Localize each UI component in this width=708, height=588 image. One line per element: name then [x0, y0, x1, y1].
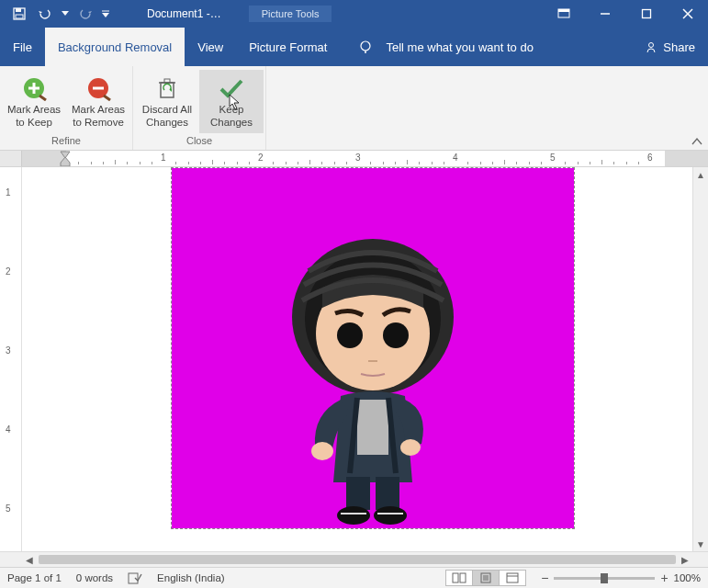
svg-rect-7: [642, 10, 650, 18]
ruler-number: 1: [161, 153, 166, 163]
tab-view[interactable]: View: [185, 28, 236, 66]
scroll-left-button[interactable]: ◀: [22, 555, 37, 565]
vruler-number: 1: [6, 187, 11, 198]
minus-circle-icon: [85, 75, 111, 101]
share-icon: [645, 40, 657, 53]
cursor-icon: [229, 94, 240, 110]
redo-button[interactable]: [75, 4, 96, 24]
svg-rect-31: [346, 477, 370, 510]
undo-dropdown[interactable]: [61, 4, 70, 24]
tell-me-label: Tell me what you want to do: [386, 40, 533, 54]
ribbon: Mark Areas to Keep Mark Areas to Remove …: [0, 66, 708, 151]
left-indent-marker-icon[interactable]: [60, 157, 71, 167]
svg-rect-32: [376, 477, 399, 510]
language[interactable]: English (India): [157, 572, 225, 583]
view-buttons: [446, 570, 526, 586]
hscroll-thumb[interactable]: [39, 555, 676, 564]
scroll-down-button[interactable]: ▼: [693, 537, 708, 551]
ruler-track[interactable]: 123456: [22, 151, 708, 166]
svg-point-33: [337, 506, 370, 525]
ruler-corner: [0, 151, 22, 167]
zoom-out-button[interactable]: −: [541, 571, 548, 585]
read-mode-button[interactable]: [445, 570, 473, 586]
maximize-button[interactable]: [625, 0, 667, 28]
svg-rect-36: [453, 573, 458, 582]
document-title: Document1 -…: [147, 7, 221, 20]
mark-areas-to-keep-button[interactable]: Mark Areas to Keep: [2, 70, 66, 133]
picture-content: [258, 216, 488, 528]
word-count[interactable]: 0 words: [76, 572, 113, 583]
window-controls: [543, 0, 708, 28]
tab-background-removal[interactable]: Background Removal: [45, 28, 185, 66]
scroll-right-button[interactable]: ▶: [678, 555, 692, 565]
share-label: Share: [663, 40, 695, 54]
plus-circle-icon: [21, 75, 47, 101]
tell-me-search[interactable]: Tell me what you want to do: [340, 40, 632, 54]
contextual-tab-label: Picture Tools: [249, 6, 332, 22]
tab-picture-format[interactable]: Picture Format: [236, 28, 340, 66]
svg-point-30: [400, 439, 421, 456]
horizontal-ruler: 123456: [0, 151, 708, 167]
vertical-ruler: 12345: [0, 167, 22, 551]
discard-all-changes-button[interactable]: Discard All Changes: [135, 70, 199, 133]
tab-file[interactable]: File: [0, 28, 45, 66]
svg-point-34: [374, 506, 407, 525]
close-button[interactable]: [667, 0, 708, 28]
background-removal-mask: [172, 168, 574, 528]
vertical-scrollbar[interactable]: ▲ ▼: [692, 167, 708, 551]
discard-label: Discard All Changes: [135, 103, 199, 130]
trash-recycle-icon: [155, 75, 179, 101]
print-layout-button[interactable]: [472, 570, 500, 586]
mark-areas-to-remove-button[interactable]: Mark Areas to Remove: [66, 70, 130, 133]
zoom-level[interactable]: 100%: [674, 572, 701, 583]
svg-rect-28: [357, 400, 388, 455]
svg-rect-5: [558, 9, 569, 12]
vruler-number: 3: [6, 345, 11, 356]
share-button[interactable]: Share: [632, 40, 708, 54]
svg-rect-37: [460, 573, 466, 582]
ribbon-group-close: Discard All Changes Keep Changes Close: [133, 66, 266, 150]
svg-point-10: [361, 41, 370, 51]
ruler-number: 3: [355, 153, 361, 163]
page-number[interactable]: Page 1 of 1: [7, 572, 62, 583]
document-area[interactable]: [22, 167, 692, 551]
title-bar: Document1 -… Picture Tools: [0, 0, 708, 28]
collapse-ribbon-button[interactable]: [691, 137, 702, 146]
quick-access-toolbar: [0, 4, 110, 24]
save-button[interactable]: [9, 4, 29, 24]
ruler-number: 2: [258, 153, 264, 163]
proofing-icon[interactable]: [128, 571, 142, 584]
ruler-number: 5: [550, 153, 556, 163]
ribbon-tabs: File Background Removal View Picture For…: [0, 28, 708, 66]
status-bar: Page 1 of 1 0 words English (India) − + …: [0, 567, 708, 588]
ribbon-display-options-button[interactable]: [543, 0, 584, 28]
minimize-button[interactable]: [584, 0, 625, 28]
horizontal-scrollbar[interactable]: ◀ ▶: [0, 551, 708, 567]
ruler-number: 6: [647, 153, 653, 163]
picture-selection[interactable]: [171, 167, 575, 529]
svg-point-29: [311, 442, 333, 460]
svg-line-19: [104, 96, 110, 100]
svg-point-27: [383, 322, 409, 348]
page: [42, 167, 685, 551]
svg-point-12: [649, 43, 654, 48]
mark-remove-label: Mark Areas to Remove: [66, 103, 130, 130]
web-layout-button[interactable]: [499, 570, 526, 586]
lightbulb-icon: [358, 40, 373, 54]
mark-keep-label: Mark Areas to Keep: [2, 103, 66, 130]
zoom-in-button[interactable]: +: [660, 571, 668, 585]
vruler-number: 2: [6, 266, 11, 277]
svg-rect-42: [507, 573, 518, 582]
zoom-slider[interactable]: [554, 577, 655, 580]
vruler-number: 5: [6, 503, 11, 514]
scroll-up-button[interactable]: ▲: [693, 167, 708, 182]
undo-button[interactable]: [35, 4, 55, 24]
svg-point-26: [337, 322, 363, 348]
svg-rect-1: [16, 8, 21, 12]
ribbon-group-refine: Mark Areas to Keep Mark Areas to Remove …: [0, 66, 133, 150]
svg-rect-2: [16, 15, 23, 18]
group-label-close: Close: [186, 133, 212, 148]
keep-changes-button[interactable]: Keep Changes: [199, 70, 264, 133]
qat-customize-dropdown[interactable]: [101, 4, 110, 24]
svg-line-16: [39, 96, 46, 100]
